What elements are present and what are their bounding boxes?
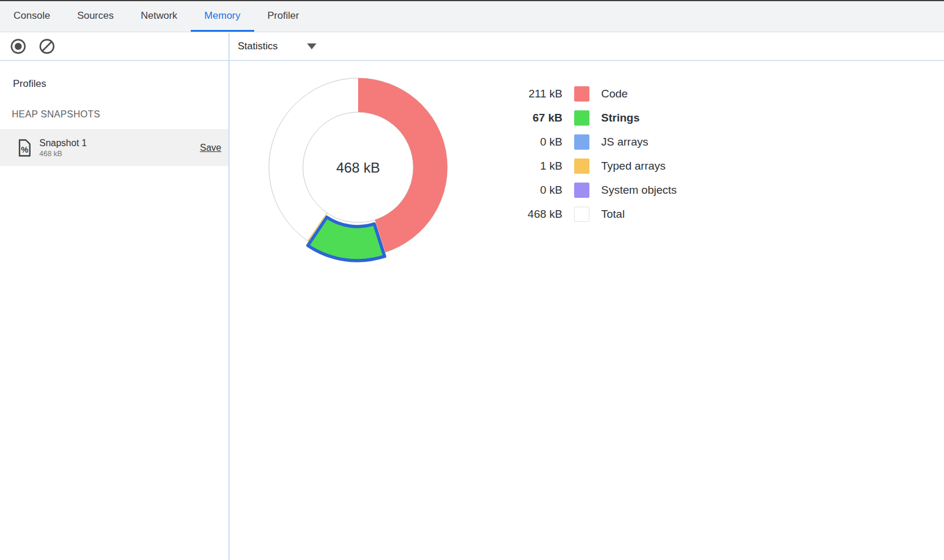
- chevron-down-icon: [307, 43, 316, 49]
- sidebar-item-snapshot-1[interactable]: % Snapshot 1 468 kB Save: [0, 129, 228, 166]
- donut-center-label: 468 kB: [336, 160, 380, 176]
- record-heap-snapshot-button[interactable]: [10, 38, 26, 55]
- devtools-tab-bar: Console Sources Network Memory Profiler: [0, 1, 944, 32]
- legend-row-total[interactable]: 468 kBTotal: [504, 202, 677, 226]
- legend-swatch-system-objects: [574, 183, 589, 198]
- heap-snapshot-file-icon: %: [18, 139, 32, 157]
- chart-legend: 211 kBCode67 kBStrings0 kBJS arrays1 kBT…: [504, 82, 677, 226]
- snapshot-name: Snapshot 1: [39, 138, 87, 149]
- legend-row-system-objects[interactable]: 0 kBSystem objects: [504, 178, 677, 202]
- devtools-window: Console Sources Network Memory Profiler …: [0, 0, 944, 560]
- tab-memory[interactable]: Memory: [191, 1, 254, 32]
- legend-row-js-arrays[interactable]: 0 kBJS arrays: [504, 130, 677, 154]
- legend-value: 67 kB: [504, 112, 562, 124]
- legend-value: 0 kB: [504, 136, 562, 149]
- legend-swatch-code: [574, 86, 589, 102]
- legend-swatch-js-arrays: [574, 134, 589, 150]
- legend-value: 0 kB: [504, 184, 562, 197]
- legend-value: 211 kB: [504, 87, 562, 100]
- snapshot-size: 468 kB: [39, 150, 87, 158]
- legend-value: 468 kB: [504, 208, 562, 221]
- legend-value: 1 kB: [504, 160, 562, 173]
- legend-label: Typed arrays: [601, 160, 666, 173]
- tab-network[interactable]: Network: [127, 1, 191, 32]
- window-top-edge: [0, 0, 944, 1]
- legend-label: Total: [601, 208, 625, 221]
- tab-profiler[interactable]: Profiler: [254, 1, 313, 32]
- save-snapshot-link[interactable]: Save: [200, 143, 221, 153]
- legend-row-strings[interactable]: 67 kBStrings: [504, 106, 677, 130]
- toolbar-left-group: [10, 33, 55, 60]
- tab-sources[interactable]: Sources: [63, 1, 127, 32]
- legend-swatch-typed-arrays: [574, 158, 589, 174]
- statistics-view: 468 kB 211 kBCode67 kBStrings0 kBJS arra…: [230, 61, 944, 560]
- legend-label: Strings: [601, 112, 639, 124]
- legend-label: JS arrays: [601, 136, 648, 149]
- heap-donut-chart[interactable]: 468 kB: [252, 62, 464, 273]
- svg-text:%: %: [21, 145, 29, 154]
- record-icon: [10, 38, 26, 55]
- memory-toolbar: Statistics: [0, 33, 944, 61]
- legend-swatch-strings: [574, 110, 589, 126]
- profile-view-selector[interactable]: Statistics: [238, 33, 316, 60]
- profile-view-selector-value: Statistics: [238, 41, 278, 52]
- tab-console[interactable]: Console: [0, 1, 63, 32]
- profiles-sidebar: Profiles HEAP SNAPSHOTS % Snapshot 1 468…: [0, 61, 228, 560]
- sidebar-heading: Profiles: [13, 78, 228, 90]
- snapshot-text: Snapshot 1 468 kB: [39, 138, 87, 158]
- legend-swatch-total: [574, 207, 589, 222]
- heap-snapshots-section-heading: HEAP SNAPSHOTS: [12, 109, 228, 120]
- block-icon: [39, 38, 55, 55]
- sidebar-main-divider[interactable]: [228, 33, 230, 560]
- legend-label: System objects: [601, 184, 677, 197]
- legend-row-code[interactable]: 211 kBCode: [504, 82, 677, 106]
- legend-row-typed-arrays[interactable]: 1 kBTyped arrays: [504, 154, 677, 178]
- legend-label: Code: [601, 87, 628, 100]
- clear-profiles-button[interactable]: [39, 38, 55, 55]
